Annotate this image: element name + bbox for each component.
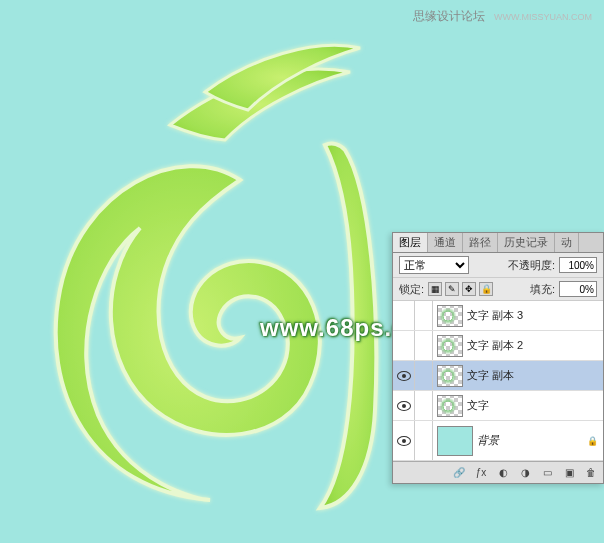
link-col[interactable]	[415, 361, 433, 390]
lock-position-icon[interactable]: ✥	[462, 282, 476, 296]
link-col[interactable]	[415, 421, 433, 460]
layer-thumbnail[interactable]	[437, 335, 463, 357]
layers-list: 文字 副本 3 文字 副本 2 文字 副本 文字 背景 🔒	[393, 301, 603, 461]
eye-icon	[397, 436, 411, 446]
layer-name[interactable]: 文字 副本 3	[467, 308, 603, 323]
tab-actions[interactable]: 动	[555, 233, 579, 252]
tab-paths[interactable]: 路径	[463, 233, 498, 252]
lock-transparency-icon[interactable]: ▦	[428, 282, 442, 296]
folder-icon[interactable]: ▭	[539, 466, 555, 480]
watermark-top-text: 思缘设计论坛	[413, 9, 485, 23]
layer-row[interactable]: 文字 副本 3	[393, 301, 603, 331]
layer-thumbnail[interactable]	[437, 305, 463, 327]
new-layer-icon[interactable]: ▣	[561, 466, 577, 480]
lock-icon: 🔒	[587, 436, 597, 446]
lock-label: 锁定:	[399, 282, 424, 297]
blend-opacity-row: 正常 不透明度:	[393, 253, 603, 278]
visibility-toggle[interactable]	[393, 361, 415, 390]
lock-all-icon[interactable]: 🔒	[479, 282, 493, 296]
adjustment-icon[interactable]: ◑	[517, 466, 533, 480]
layer-name[interactable]: 文字	[467, 398, 603, 413]
tab-layers[interactable]: 图层	[393, 233, 428, 252]
watermark-top: 思缘设计论坛 WWW.MISSYUAN.COM	[413, 8, 592, 25]
logo-graphic	[30, 30, 400, 520]
tab-history[interactable]: 历史记录	[498, 233, 555, 252]
blend-mode-select[interactable]: 正常	[399, 256, 469, 274]
layer-row[interactable]: 背景 🔒	[393, 421, 603, 461]
layer-name[interactable]: 背景	[477, 433, 587, 448]
visibility-toggle[interactable]	[393, 331, 415, 360]
link-col[interactable]	[415, 301, 433, 330]
lock-fill-row: 锁定: ▦ ✎ ✥ 🔒 填充:	[393, 278, 603, 301]
layer-thumbnail[interactable]	[437, 426, 473, 456]
watermark-top-sub: WWW.MISSYUAN.COM	[494, 12, 592, 22]
lock-icons-group: ▦ ✎ ✥ 🔒	[428, 282, 493, 296]
fx-icon[interactable]: ƒx	[473, 466, 489, 480]
visibility-toggle[interactable]	[393, 421, 415, 460]
layer-name[interactable]: 文字 副本 2	[467, 338, 603, 353]
link-col[interactable]	[415, 331, 433, 360]
eye-icon	[397, 371, 411, 381]
visibility-toggle[interactable]	[393, 391, 415, 420]
link-layers-icon[interactable]: 🔗	[451, 466, 467, 480]
mask-icon[interactable]: ◐	[495, 466, 511, 480]
fill-label: 填充:	[530, 282, 555, 297]
visibility-toggle[interactable]	[393, 301, 415, 330]
layers-panel: 图层 通道 路径 历史记录 动 正常 不透明度: 锁定: ▦ ✎ ✥ 🔒 填充:…	[392, 232, 604, 484]
panel-tabs: 图层 通道 路径 历史记录 动	[393, 233, 603, 253]
trash-icon[interactable]: 🗑	[583, 466, 599, 480]
layer-row[interactable]: 文字 副本 2	[393, 331, 603, 361]
eye-icon	[397, 401, 411, 411]
layer-row[interactable]: 文字	[393, 391, 603, 421]
opacity-label: 不透明度:	[508, 258, 555, 273]
layer-thumbnail[interactable]	[437, 365, 463, 387]
tab-channels[interactable]: 通道	[428, 233, 463, 252]
layer-thumbnail[interactable]	[437, 395, 463, 417]
opacity-input[interactable]	[559, 257, 597, 273]
link-col[interactable]	[415, 391, 433, 420]
layer-name[interactable]: 文字 副本	[467, 368, 603, 383]
fill-input[interactable]	[559, 281, 597, 297]
lock-pixels-icon[interactable]: ✎	[445, 282, 459, 296]
panel-footer: 🔗 ƒx ◐ ◑ ▭ ▣ 🗑	[393, 461, 603, 483]
layer-row[interactable]: 文字 副本	[393, 361, 603, 391]
